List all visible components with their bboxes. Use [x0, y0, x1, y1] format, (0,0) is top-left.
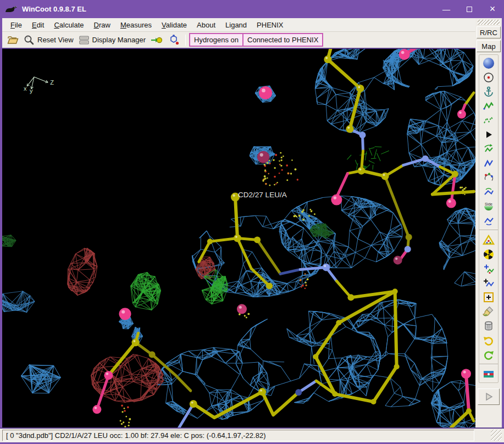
add-alt-conf-icon[interactable]	[481, 276, 496, 290]
play-icon	[483, 391, 495, 403]
magnifier-icon	[23, 34, 35, 46]
mutate-autofit-icon[interactable]	[481, 247, 496, 262]
window-title: WinCoot 0.9.8.7 EL	[22, 5, 435, 13]
toolbar-separator	[185, 35, 186, 46]
toolbar-separator	[479, 364, 498, 365]
delete-item-icon[interactable]	[481, 319, 496, 333]
recentre-target-icon[interactable]	[481, 70, 496, 85]
maximize-icon	[467, 7, 472, 12]
open-coordinates-button[interactable]	[4, 33, 21, 47]
go-to-ligand-icon	[168, 34, 180, 46]
flip-peptide-icon[interactable]	[481, 185, 496, 199]
svg-text:x: x	[24, 85, 27, 92]
go-to-ligand-button[interactable]	[165, 33, 182, 47]
go-to-atom-button[interactable]	[148, 33, 165, 47]
menu-item-about[interactable]: About	[192, 19, 220, 31]
map-button[interactable]: Map	[477, 40, 501, 52]
toolbar: Reset View Display Manager	[2, 32, 475, 49]
display-manager-button[interactable]: Display Manager	[76, 33, 148, 47]
menu-bar: FileEditCalculateDrawMeasuresValidateAbo…	[2, 18, 475, 32]
panel-grip[interactable]	[478, 20, 500, 25]
title-bar: WinCoot 0.9.8.7 EL — ×	[0, 0, 504, 18]
rotate-translate-icon[interactable]	[481, 142, 496, 156]
hydrogens-toggle-button[interactable]: Hydrogens on	[189, 33, 243, 47]
svg-text:Z: Z	[50, 79, 54, 86]
menu-item-ligand[interactable]: Ligand	[220, 19, 252, 31]
toolbar-separator	[479, 230, 498, 231]
rrc-button[interactable]: R/RC	[477, 26, 501, 38]
minimize-button[interactable]: —	[435, 0, 458, 18]
run-script-button[interactable]	[478, 389, 500, 405]
resize-grip[interactable]	[475, 429, 504, 442]
phenix-connection-button[interactable]: Connected to PHENIX	[242, 33, 323, 47]
menu-item-calculate[interactable]: Calculate	[49, 19, 88, 31]
redo-icon[interactable]	[481, 347, 496, 362]
rotate-sphere-icon[interactable]	[481, 56, 496, 70]
rotamer-icon[interactable]	[481, 156, 496, 170]
model-toolbar: Side	[479, 54, 499, 383]
jed-flip-icon[interactable]	[481, 213, 496, 227]
display-manager-label: Display Manager	[92, 36, 146, 44]
side-label: Side	[485, 202, 492, 206]
graphics-canvas[interactable]: ZxyCD2/27 LEU/A	[2, 49, 475, 428]
reset-view-label: Reset View	[37, 36, 74, 44]
fixed-atoms-icon[interactable]	[481, 127, 496, 142]
reset-view-button[interactable]: Reset View	[21, 33, 76, 47]
edit-chi-angles-icon[interactable]	[481, 170, 496, 185]
add-terminal-residue-icon[interactable]	[481, 262, 496, 276]
place-atom-at-pointer-icon[interactable]	[481, 290, 496, 304]
menu-item-draw[interactable]: Draw	[89, 19, 115, 31]
scene-svg: ZxyCD2/27 LEU/A	[2, 49, 475, 428]
maximize-button[interactable]	[458, 0, 481, 18]
go-to-atom-icon	[150, 34, 163, 46]
close-button[interactable]: ×	[481, 0, 504, 18]
status-bar: [ 0 "3dnd.pdb"] CD2/1/A/27 LEU occ: 1.00…	[0, 428, 504, 442]
coot-bird-icon	[4, 4, 19, 14]
real-space-refine-icon[interactable]	[481, 99, 496, 113]
status-text: [ 0 "3dnd.pdb"] CD2/1/A/27 LEU occ: 1.00…	[2, 430, 474, 441]
regularize-zone-icon[interactable]	[481, 113, 496, 127]
svg-text:y: y	[30, 87, 33, 94]
side-chain-flip-icon[interactable]: Side	[481, 199, 496, 213]
atom-label: CD2/27 LEU/A	[238, 191, 287, 199]
right-panel: R/RC Map	[475, 18, 502, 428]
folder-icon	[7, 34, 19, 46]
undo-icon[interactable]	[481, 333, 496, 347]
wincoot-window: WinCoot 0.9.8.7 EL — × FileEditCalculate…	[0, 0, 504, 444]
menu-item-file[interactable]: File	[5, 19, 27, 31]
clear-brush-icon[interactable]	[481, 304, 496, 319]
menu-item-measures[interactable]: Measures	[115, 19, 157, 31]
mutate-residue-icon[interactable]	[481, 233, 496, 247]
refmac-flag-icon[interactable]	[481, 367, 496, 381]
display-manager-icon	[78, 34, 90, 46]
anchor-icon[interactable]	[481, 85, 496, 99]
menu-item-validate[interactable]: Validate	[157, 19, 192, 31]
menu-item-edit[interactable]: Edit	[27, 19, 49, 31]
menu-item-phenix[interactable]: PHENIX	[252, 19, 288, 31]
